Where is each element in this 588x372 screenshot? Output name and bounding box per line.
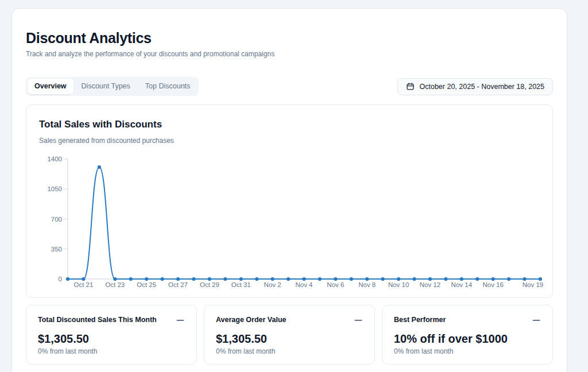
stat-change: 0% from last month bbox=[394, 347, 541, 355]
page-subtitle: Track and analyze the performance of you… bbox=[26, 50, 553, 59]
svg-text:Nov 10: Nov 10 bbox=[388, 281, 409, 288]
tab-discount-types[interactable]: Discount Types bbox=[75, 79, 137, 94]
stat-title: Average Order Value bbox=[216, 316, 287, 324]
stat-title: Best Performer bbox=[394, 316, 446, 324]
stat-card-total-discounted-sales: Total Discounted Sales This Month $1,305… bbox=[26, 305, 197, 365]
minus-icon bbox=[176, 316, 185, 325]
date-range-label: October 20, 2025 - November 18, 2025 bbox=[420, 83, 545, 91]
minus-icon bbox=[532, 316, 541, 325]
stat-change: 0% from last month bbox=[216, 347, 363, 355]
svg-text:350: 350 bbox=[51, 246, 62, 253]
sales-line-chart: 035070010501400Oct 21Oct 23Oct 25Oct 27O… bbox=[26, 152, 552, 293]
date-range-button[interactable]: October 20, 2025 - November 18, 2025 bbox=[397, 78, 554, 95]
page-title: Discount Analytics bbox=[26, 29, 553, 46]
stat-title: Total Discounted Sales This Month bbox=[38, 316, 157, 324]
svg-text:Oct 23: Oct 23 bbox=[105, 281, 125, 288]
svg-text:Nov 8: Nov 8 bbox=[358, 281, 376, 288]
svg-text:Oct 29: Oct 29 bbox=[200, 281, 219, 288]
svg-text:Nov 2: Nov 2 bbox=[264, 281, 281, 288]
tabs: Overview Discount Types Top Discounts bbox=[26, 77, 199, 96]
tab-overview[interactable]: Overview bbox=[28, 79, 74, 94]
stat-row: Total Discounted Sales This Month $1,305… bbox=[26, 305, 553, 365]
svg-text:Nov 12: Nov 12 bbox=[420, 281, 440, 288]
svg-text:Nov 6: Nov 6 bbox=[327, 281, 344, 288]
stat-change: 0% from last month bbox=[38, 347, 185, 355]
svg-text:1400: 1400 bbox=[47, 156, 62, 162]
toolbar: Overview Discount Types Top Discounts Oc… bbox=[26, 77, 553, 96]
main-panel: Discount Analytics Track and analyze the… bbox=[11, 8, 567, 372]
svg-text:Nov 19: Nov 19 bbox=[523, 281, 543, 288]
tab-top-discounts[interactable]: Top Discounts bbox=[138, 79, 198, 94]
stat-card-best-performer: Best Performer 10% off if over $1000 0% … bbox=[382, 305, 553, 365]
stat-value: 10% off if over $1000 bbox=[394, 332, 541, 346]
stat-card-average-order-value: Average Order Value $1,305.50 0% from la… bbox=[204, 305, 375, 365]
stat-value: $1,305.50 bbox=[38, 332, 185, 346]
svg-text:Nov 14: Nov 14 bbox=[451, 281, 473, 288]
svg-text:1050: 1050 bbox=[47, 185, 62, 192]
chart-card-subtitle: Sales generated from discounted purchase… bbox=[26, 137, 552, 145]
svg-text:Oct 25: Oct 25 bbox=[137, 281, 156, 288]
minus-icon bbox=[354, 316, 363, 325]
svg-text:Oct 21: Oct 21 bbox=[74, 281, 93, 288]
stat-value: $1,305.50 bbox=[216, 332, 363, 346]
svg-text:Nov 4: Nov 4 bbox=[295, 281, 313, 288]
svg-text:Oct 31: Oct 31 bbox=[231, 281, 251, 288]
svg-text:Nov 16: Nov 16 bbox=[482, 281, 503, 288]
svg-text:0: 0 bbox=[59, 276, 62, 282]
svg-text:Oct 27: Oct 27 bbox=[168, 281, 188, 288]
svg-text:700: 700 bbox=[51, 216, 62, 223]
chart-card-title: Total Sales with Discounts bbox=[26, 118, 552, 131]
chart-card: Total Sales with Discounts Sales generat… bbox=[26, 104, 553, 298]
calendar-icon bbox=[406, 82, 415, 91]
